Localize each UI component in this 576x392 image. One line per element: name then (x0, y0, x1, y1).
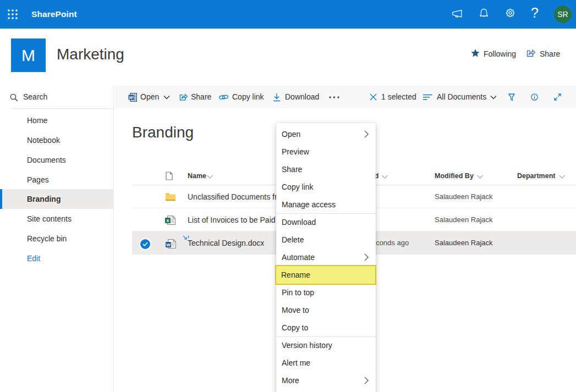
svg-text:W: W (166, 242, 171, 247)
svg-text:W: W (129, 95, 133, 100)
svg-text:X: X (166, 218, 169, 223)
